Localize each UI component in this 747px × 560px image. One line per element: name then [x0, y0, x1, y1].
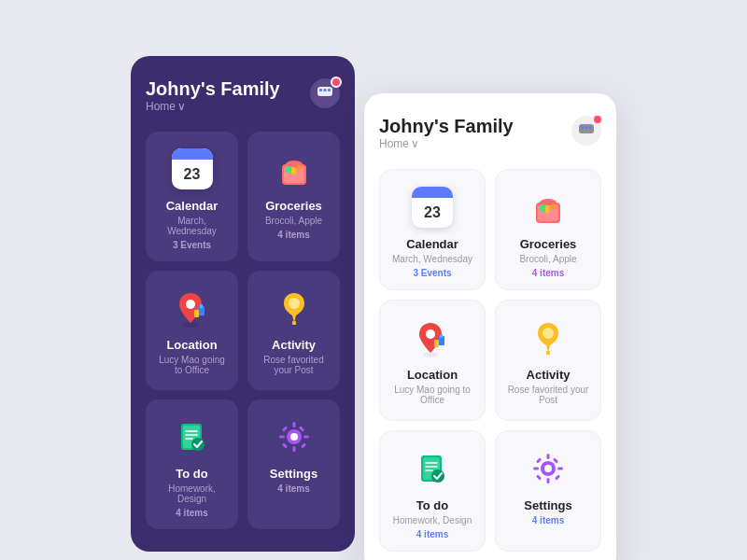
svg-rect-26	[279, 436, 285, 439]
svg-rect-2	[324, 89, 327, 91]
light-card-calendar[interactable]: 23 Calendar March, Wednesday 3 Events	[379, 169, 486, 290]
light-chat-badge	[592, 114, 603, 125]
svg-rect-48	[546, 351, 550, 355]
svg-rect-24	[292, 422, 295, 427]
svg-rect-3	[328, 89, 331, 91]
svg-rect-45	[440, 334, 443, 338]
dark-grid: 23 Calendar March, Wednesday 3 Events	[146, 132, 340, 529]
svg-point-47	[543, 328, 554, 339]
light-panel-title: Johny's Family Home ∨	[379, 116, 514, 165]
svg-rect-57	[547, 478, 550, 483]
dark-panel-title: Johny's Family Home ∨	[146, 78, 280, 128]
svg-rect-56	[547, 454, 550, 459]
dark-card-settings[interactable]: Settings 4 items	[247, 399, 340, 529]
light-card-todo[interactable]: To do Homework, Design 4 items	[379, 430, 486, 552]
scene: Johny's Family Home ∨	[0, 0, 747, 560]
light-card-location[interactable]: Location Lucy Mao going to Office	[379, 300, 486, 421]
dark-panel: Johny's Family Home ∨	[131, 56, 355, 552]
svg-rect-27	[303, 436, 309, 439]
svg-point-55	[544, 465, 552, 472]
light-card-groceries[interactable]: Groceries Brocoli, Apple 4 items	[495, 169, 601, 290]
light-card-activity[interactable]: Activity Rose favorited your Post	[495, 300, 601, 421]
light-title-text: Johny's Family	[379, 116, 514, 137]
light-card-settings[interactable]: Settings 4 items	[495, 430, 601, 552]
dark-card-todo[interactable]: To do Homework, Design 4 items	[146, 399, 238, 529]
svg-rect-35	[589, 126, 592, 129]
svg-point-43	[426, 329, 435, 339]
dark-todo-icon	[170, 414, 215, 459]
light-breadcrumb: Home ∨	[379, 137, 514, 150]
light-chat-button[interactable]	[571, 116, 601, 146]
svg-point-23	[290, 433, 298, 441]
light-panel: Johny's Family Home ∨	[364, 93, 616, 560]
light-groceries-icon	[526, 185, 571, 230]
svg-point-11	[186, 300, 195, 309]
svg-rect-13	[200, 304, 203, 308]
svg-rect-41	[545, 205, 550, 213]
svg-point-15	[289, 298, 300, 309]
light-panel-header: Johny's Family Home ∨	[379, 116, 601, 165]
svg-rect-59	[557, 468, 563, 470]
svg-rect-31	[281, 442, 287, 448]
svg-rect-30	[298, 426, 303, 431]
light-todo-icon	[410, 446, 455, 491]
dark-panel-header: Johny's Family Home ∨	[146, 78, 340, 128]
svg-rect-29	[300, 442, 305, 448]
svg-rect-14	[194, 310, 199, 317]
svg-rect-28	[281, 426, 287, 431]
svg-rect-60	[536, 457, 542, 463]
light-chat-icon	[579, 124, 594, 137]
light-settings-icon	[526, 446, 571, 491]
svg-rect-61	[555, 474, 560, 480]
dark-calendar-icon: 23	[170, 147, 215, 191]
dark-card-calendar[interactable]: 23 Calendar March, Wednesday 3 Events	[146, 132, 238, 261]
light-location-icon	[410, 315, 455, 360]
svg-rect-33	[581, 126, 584, 129]
svg-point-40	[550, 203, 556, 209]
chat-icon	[317, 87, 332, 100]
svg-rect-58	[533, 468, 539, 470]
dark-chat-button[interactable]	[310, 78, 340, 108]
light-activity-icon	[526, 315, 571, 360]
dark-chat-badge	[331, 77, 342, 88]
svg-point-8	[296, 165, 302, 171]
light-calendar-icon: 23	[410, 185, 455, 230]
light-grid: 23 Calendar March, Wednesday 3 Events	[379, 169, 601, 552]
svg-rect-63	[536, 474, 542, 480]
svg-rect-62	[553, 457, 558, 463]
dark-title-text: Johny's Family	[146, 78, 280, 100]
dark-groceries-icon	[272, 147, 317, 191]
svg-rect-16	[292, 321, 296, 325]
dark-location-icon	[170, 286, 215, 330]
svg-rect-9	[291, 167, 296, 175]
dark-card-activity[interactable]: Activity Rose favorited your Post	[247, 271, 340, 390]
svg-rect-34	[585, 126, 588, 129]
dark-settings-icon	[272, 414, 317, 459]
dark-card-groceries[interactable]: Groceries Brocoli, Apple 4 items	[247, 132, 340, 261]
dark-card-location[interactable]: Location Lucy Mao going to Office	[146, 271, 238, 390]
svg-rect-25	[292, 446, 295, 452]
dark-activity-icon	[272, 286, 317, 330]
dark-breadcrumb: Home ∨	[146, 100, 280, 113]
svg-rect-1	[319, 89, 322, 91]
svg-rect-46	[434, 340, 439, 347]
